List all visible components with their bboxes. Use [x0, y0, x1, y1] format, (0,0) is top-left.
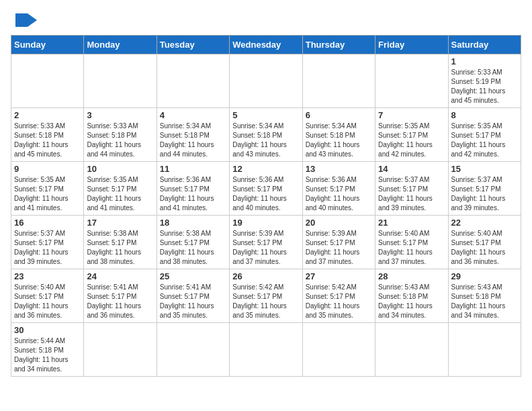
calendar-cell: 30Sunrise: 5:44 AM Sunset: 5:18 PM Dayli…	[11, 323, 84, 377]
calendar-cell: 12Sunrise: 5:36 AM Sunset: 5:17 PM Dayli…	[230, 162, 302, 216]
calendar-cell: 4Sunrise: 5:34 AM Sunset: 5:18 PM Daylig…	[157, 108, 229, 162]
cell-day-number: 7	[378, 110, 445, 120]
cell-sun-info: Sunrise: 5:35 AM Sunset: 5:17 PM Dayligh…	[14, 175, 81, 213]
weekday-header-thursday: Thursday	[302, 36, 375, 54]
logo-square-icon	[15, 13, 28, 27]
cell-sun-info: Sunrise: 5:35 AM Sunset: 5:17 PM Dayligh…	[87, 175, 153, 213]
cell-sun-info: Sunrise: 5:33 AM Sunset: 5:18 PM Dayligh…	[14, 122, 81, 159]
calendar-cell	[302, 54, 375, 108]
cell-day-number: 16	[14, 218, 81, 228]
cell-sun-info: Sunrise: 5:35 AM Sunset: 5:17 PM Dayligh…	[378, 122, 445, 159]
cell-day-number: 22	[451, 218, 518, 228]
cell-sun-info: Sunrise: 5:37 AM Sunset: 5:17 PM Dayligh…	[451, 175, 518, 213]
calendar-week-row: 30Sunrise: 5:44 AM Sunset: 5:18 PM Dayli…	[11, 323, 521, 377]
cell-day-number: 13	[306, 164, 372, 174]
cell-day-number: 1	[451, 56, 518, 66]
cell-day-number: 15	[451, 164, 518, 174]
cell-sun-info: Sunrise: 5:38 AM Sunset: 5:17 PM Dayligh…	[87, 229, 153, 267]
cell-sun-info: Sunrise: 5:42 AM Sunset: 5:17 PM Dayligh…	[232, 283, 299, 320]
calendar-cell: 16Sunrise: 5:37 AM Sunset: 5:17 PM Dayli…	[11, 216, 84, 269]
cell-day-number: 19	[232, 218, 299, 228]
cell-day-number: 25	[160, 271, 226, 281]
calendar-cell: 10Sunrise: 5:35 AM Sunset: 5:17 PM Dayli…	[84, 162, 157, 216]
cell-sun-info: Sunrise: 5:40 AM Sunset: 5:17 PM Dayligh…	[14, 283, 81, 320]
calendar-cell: 17Sunrise: 5:38 AM Sunset: 5:17 PM Dayli…	[84, 216, 157, 269]
calendar-cell: 14Sunrise: 5:37 AM Sunset: 5:17 PM Dayli…	[375, 162, 448, 216]
weekday-header-row: SundayMondayTuesdayWednesdayThursdayFrid…	[11, 36, 521, 54]
cell-sun-info: Sunrise: 5:41 AM Sunset: 5:17 PM Dayligh…	[87, 283, 153, 320]
calendar-cell: 11Sunrise: 5:36 AM Sunset: 5:17 PM Dayli…	[157, 162, 229, 216]
logo	[11, 11, 40, 30]
calendar-cell	[302, 323, 375, 377]
cell-day-number: 2	[14, 110, 81, 120]
calendar-cell: 1Sunrise: 5:33 AM Sunset: 5:19 PM Daylig…	[448, 54, 521, 108]
calendar-cell: 6Sunrise: 5:34 AM Sunset: 5:18 PM Daylig…	[302, 108, 375, 162]
calendar-cell	[230, 323, 302, 377]
calendar-cell	[11, 54, 84, 108]
cell-sun-info: Sunrise: 5:42 AM Sunset: 5:17 PM Dayligh…	[306, 283, 372, 320]
calendar-cell: 13Sunrise: 5:36 AM Sunset: 5:17 PM Dayli…	[302, 162, 375, 216]
cell-day-number: 12	[232, 164, 299, 174]
cell-day-number: 11	[160, 164, 226, 174]
cell-sun-info: Sunrise: 5:37 AM Sunset: 5:17 PM Dayligh…	[14, 229, 81, 267]
calendar-cell: 3Sunrise: 5:33 AM Sunset: 5:18 PM Daylig…	[84, 108, 157, 162]
calendar-cell: 29Sunrise: 5:43 AM Sunset: 5:18 PM Dayli…	[448, 269, 521, 323]
calendar-cell	[157, 323, 229, 377]
calendar-cell: 21Sunrise: 5:40 AM Sunset: 5:17 PM Dayli…	[375, 216, 448, 269]
cell-sun-info: Sunrise: 5:41 AM Sunset: 5:17 PM Dayligh…	[160, 283, 226, 320]
cell-day-number: 29	[451, 271, 518, 281]
cell-day-number: 3	[87, 110, 153, 120]
calendar-week-row: 9Sunrise: 5:35 AM Sunset: 5:17 PM Daylig…	[11, 162, 521, 216]
cell-sun-info: Sunrise: 5:36 AM Sunset: 5:17 PM Dayligh…	[160, 175, 226, 213]
cell-sun-info: Sunrise: 5:33 AM Sunset: 5:19 PM Dayligh…	[451, 68, 518, 105]
calendar-cell: 26Sunrise: 5:42 AM Sunset: 5:17 PM Dayli…	[230, 269, 302, 323]
calendar-cell	[157, 54, 229, 108]
weekday-header-wednesday: Wednesday	[230, 36, 302, 54]
cell-sun-info: Sunrise: 5:36 AM Sunset: 5:17 PM Dayligh…	[306, 175, 372, 213]
weekday-header-saturday: Saturday	[448, 36, 521, 54]
weekday-header-sunday: Sunday	[11, 36, 84, 54]
cell-day-number: 9	[14, 164, 81, 174]
page-header	[11, 11, 521, 30]
cell-sun-info: Sunrise: 5:35 AM Sunset: 5:17 PM Dayligh…	[451, 122, 518, 159]
calendar-cell	[230, 54, 302, 108]
cell-sun-info: Sunrise: 5:37 AM Sunset: 5:17 PM Dayligh…	[378, 175, 445, 213]
cell-sun-info: Sunrise: 5:44 AM Sunset: 5:18 PM Dayligh…	[14, 336, 81, 374]
cell-sun-info: Sunrise: 5:34 AM Sunset: 5:18 PM Dayligh…	[232, 122, 299, 159]
calendar-cell	[375, 54, 448, 108]
calendar-week-row: 1Sunrise: 5:33 AM Sunset: 5:19 PM Daylig…	[11, 54, 521, 108]
cell-day-number: 24	[87, 271, 153, 281]
cell-day-number: 17	[87, 218, 153, 228]
calendar-cell	[375, 323, 448, 377]
calendar-week-row: 2Sunrise: 5:33 AM Sunset: 5:18 PM Daylig…	[11, 108, 521, 162]
calendar-cell: 22Sunrise: 5:40 AM Sunset: 5:17 PM Dayli…	[448, 216, 521, 269]
cell-day-number: 30	[14, 325, 81, 335]
weekday-header-friday: Friday	[375, 36, 448, 54]
calendar-cell	[84, 54, 157, 108]
calendar-week-row: 23Sunrise: 5:40 AM Sunset: 5:17 PM Dayli…	[11, 269, 521, 323]
calendar-cell: 28Sunrise: 5:43 AM Sunset: 5:18 PM Dayli…	[375, 269, 448, 323]
calendar-cell: 7Sunrise: 5:35 AM Sunset: 5:17 PM Daylig…	[375, 108, 448, 162]
cell-day-number: 8	[451, 110, 518, 120]
cell-day-number: 26	[232, 271, 299, 281]
calendar-cell: 24Sunrise: 5:41 AM Sunset: 5:17 PM Dayli…	[84, 269, 157, 323]
calendar-cell: 19Sunrise: 5:39 AM Sunset: 5:17 PM Dayli…	[230, 216, 302, 269]
cell-sun-info: Sunrise: 5:34 AM Sunset: 5:18 PM Dayligh…	[306, 122, 372, 159]
calendar-cell: 15Sunrise: 5:37 AM Sunset: 5:17 PM Dayli…	[448, 162, 521, 216]
cell-day-number: 5	[232, 110, 299, 120]
calendar-cell	[448, 323, 521, 377]
calendar-cell: 18Sunrise: 5:38 AM Sunset: 5:17 PM Dayli…	[157, 216, 229, 269]
calendar-cell: 23Sunrise: 5:40 AM Sunset: 5:17 PM Dayli…	[11, 269, 84, 323]
cell-sun-info: Sunrise: 5:39 AM Sunset: 5:17 PM Dayligh…	[232, 229, 299, 267]
cell-sun-info: Sunrise: 5:34 AM Sunset: 5:18 PM Dayligh…	[160, 122, 226, 159]
logo-arrow-icon	[28, 13, 37, 27]
cell-day-number: 18	[160, 218, 226, 228]
cell-sun-info: Sunrise: 5:43 AM Sunset: 5:18 PM Dayligh…	[378, 283, 445, 320]
cell-sun-info: Sunrise: 5:43 AM Sunset: 5:18 PM Dayligh…	[451, 283, 518, 320]
cell-day-number: 6	[306, 110, 372, 120]
cell-day-number: 23	[14, 271, 81, 281]
cell-sun-info: Sunrise: 5:36 AM Sunset: 5:17 PM Dayligh…	[232, 175, 299, 213]
cell-day-number: 21	[378, 218, 445, 228]
cell-sun-info: Sunrise: 5:39 AM Sunset: 5:17 PM Dayligh…	[306, 229, 372, 267]
cell-sun-info: Sunrise: 5:38 AM Sunset: 5:17 PM Dayligh…	[160, 229, 226, 267]
